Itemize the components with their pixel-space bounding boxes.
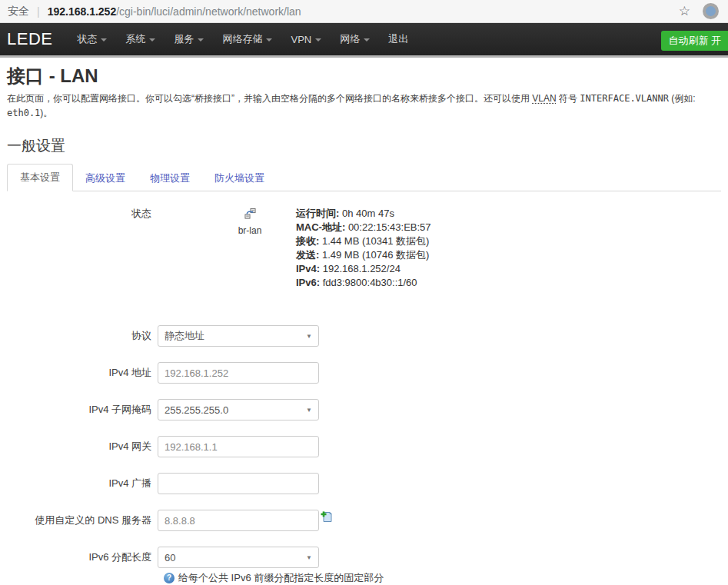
nav-item-services[interactable]: 服务 [165,28,213,51]
status-line-ipv6: IPv6: fdd3:9800:4b30::1/60 [296,276,431,290]
dns-servers-row: 使用自定义的 DNS 服务器 [7,510,721,531]
status-info: 运行时间: 0h 40m 47s MAC-地址: 00:22:15:43:EB:… [296,207,431,290]
nav-item-network[interactable]: 网络 [331,28,379,51]
ipv4-netmask-select[interactable]: 255.255.255.0 ▼ [158,399,319,420]
status-device: br-lan [204,207,296,236]
ipv4-broadcast-label: IPv4 广播 [7,477,158,490]
chevron-down-icon [149,38,155,42]
browser-chrome: 安全 | 192.168.1.252/cgi-bin/luci/admin/ne… [0,0,728,23]
nav-item-system[interactable]: 系统 [116,28,165,51]
ipv4-gateway-input[interactable] [158,436,319,457]
status-line-ipv4: IPv4: 192.168.1.252/24 [296,262,431,276]
url-path: /cgi-bin/luci/admin/network/network/lan [116,5,301,18]
nav-item-label: VPN [291,34,311,45]
desc-text: 在此页面，你可以配置网络接口。你可以勾选“桥接接口”，并输入由空格分隔的多个网络… [7,93,532,104]
nav-item-label: 系统 [125,33,145,45]
ipv4-netmask-row: IPv4 子网掩码 255.255.255.0 ▼ [7,399,721,420]
security-label: 安全 [8,5,29,18]
nav-item-label: 网络存储 [222,33,262,45]
nav-item-status[interactable]: 状态 [68,28,116,51]
status-line-mac: MAC-地址: 00:22:15:43:EB:57 [296,221,431,234]
chevron-down-icon [198,38,204,42]
page-description: 在此页面，你可以配置网络接口。你可以勾选“桥接接口”，并输入由空格分隔的多个网络… [7,91,721,121]
add-dns-entry-icon[interactable] [321,510,333,526]
protocol-select[interactable]: 静态地址 ▼ [158,325,319,347]
eth0-1-code: eth0.1 [7,108,40,118]
nav-item-logout[interactable]: 退出 [379,28,417,51]
ipv6-assign-label: IPv6 分配长度 [7,550,158,564]
ipv4-address-input[interactable] [158,362,319,384]
interface-vlannr-code: INTERFACE.VLANNR [580,93,669,104]
url-separator: | [37,5,40,18]
ipv4-gateway-label: IPv4 网关 [7,440,158,454]
url-host: 192.168.1.252 [48,5,117,18]
dns-servers-label: 使用自定义的 DNS 服务器 [7,514,158,527]
device-name: br-lan [204,225,296,236]
chevron-down-icon: ▼ [306,554,312,561]
protocol-label: 协议 [7,329,158,343]
chevron-down-icon [315,38,321,42]
tab-advanced-settings[interactable]: 高级设置 [73,165,138,191]
nav-item-nas[interactable]: 网络存储 [213,28,281,51]
chevron-down-icon: ▼ [306,407,312,414]
ipv6-assign-help: ? 给每个公共 IPv6 前缀分配指定长度的固定部分 [164,571,721,585]
select-value: 255.255.255.0 [165,404,303,416]
vlan-abbr: VLAN [532,93,556,104]
nav-item-label: 退出 [388,33,408,45]
top-navbar: LEDE 状态 系统 服务 网络存储 VPN 网络 退出 自动刷新 开 [0,23,728,58]
status-row: 状态 br-lan 运行时间: 0h [7,207,721,290]
help-text: 给每个公共 IPv6 前缀分配指定长度的固定部分 [178,571,384,585]
nav-item-label: 状态 [77,33,97,45]
nav-item-vpn[interactable]: VPN [281,29,331,50]
protocol-row: 协议 静态地址 ▼ [7,325,721,347]
chevron-down-icon [266,38,272,42]
nav-menu: 状态 系统 服务 网络存储 VPN 网络 退出 [68,28,417,51]
tab-general-settings[interactable]: 基本设置 [7,164,73,191]
section-heading: 一般设置 [7,137,721,155]
status-line-tx: 发送: 1.49 MB (10746 数据包) [296,248,431,262]
select-value: 60 [165,552,303,563]
ipv4-address-row: IPv4 地址 [7,362,721,384]
desc-text: 符号 [557,93,580,104]
bookmark-star-icon[interactable]: ☆ [679,3,690,19]
chevron-down-icon [101,38,107,42]
chevron-down-icon: ▼ [306,333,312,340]
brand-lede[interactable]: LEDE [7,29,52,49]
ipv4-address-label: IPv4 地址 [7,366,158,380]
ethernet-bridge-icon [244,208,256,223]
page-content: 接口 - LAN 在此页面，你可以配置网络接口。你可以勾选“桥接接口”，并输入由… [0,65,728,585]
select-value: 静态地址 [165,329,303,343]
nav-item-label: 网络 [340,33,360,45]
interface-form: 状态 br-lan 运行时间: 0h [7,207,721,585]
profile-avatar[interactable] [703,3,719,19]
ipv4-broadcast-row: IPv4 广播 [7,473,721,494]
status-line-uptime: 运行时间: 0h 40m 47s [296,207,431,221]
nav-item-label: 服务 [174,33,194,45]
status-label: 状态 [7,207,158,221]
ipv6-assign-row: IPv6 分配长度 60 ▼ [7,547,721,568]
desc-text: )。 [40,108,52,118]
avatar-inner-circle [706,6,716,16]
help-icon: ? [164,573,175,583]
auto-refresh-toggle[interactable]: 自动刷新 开 [661,31,728,51]
tab-firewall-settings[interactable]: 防火墙设置 [202,165,277,191]
ipv4-gateway-row: IPv4 网关 [7,436,721,457]
ipv4-broadcast-input[interactable] [158,473,319,494]
ipv6-assign-select[interactable]: 60 ▼ [158,547,319,568]
chevron-down-icon [364,38,370,42]
ipv4-netmask-label: IPv4 子网掩码 [7,403,158,417]
desc-text: (例如: [669,93,696,104]
address-bar[interactable]: 192.168.1.252/cgi-bin/luci/admin/network… [48,5,673,18]
page-title: 接口 - LAN [7,65,721,88]
status-line-rx: 接收: 1.44 MB (10341 数据包) [296,234,431,248]
dns-server-input[interactable] [158,510,319,531]
settings-tabbar: 基本设置 高级设置 物理设置 防火墙设置 [7,163,721,191]
tab-physical-settings[interactable]: 物理设置 [138,165,202,191]
